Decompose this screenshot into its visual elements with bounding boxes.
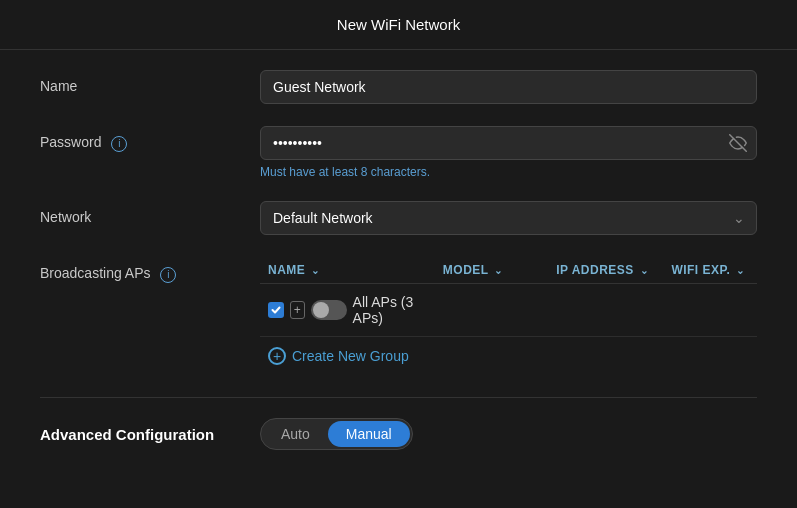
name-row: Name bbox=[40, 70, 757, 104]
ap-row-controls: + All APs (3 APs) bbox=[268, 294, 427, 326]
network-label: Network bbox=[40, 201, 260, 225]
col-name-header[interactable]: NAME ⌄ bbox=[260, 257, 435, 284]
col-wifi-header[interactable]: WIFI EXP. ⌄ bbox=[663, 257, 757, 284]
ap-row-name-cell: + All APs (3 APs) bbox=[260, 284, 435, 337]
ap-table: NAME ⌄ MODEL ⌄ IP ADDRESS ⌄ WIFI EXP. bbox=[260, 257, 757, 337]
ap-row-wifi-cell bbox=[663, 284, 757, 337]
advanced-row: Advanced Configuration Auto Manual bbox=[40, 418, 757, 450]
model-sort-icon: ⌄ bbox=[494, 265, 503, 276]
col-model-header[interactable]: MODEL ⌄ bbox=[435, 257, 548, 284]
create-group-label: Create New Group bbox=[292, 348, 409, 364]
network-select[interactable]: Default Network Network 2 bbox=[260, 201, 757, 235]
plus-circle-icon: + bbox=[268, 347, 286, 365]
broadcasting-info-icon: i bbox=[160, 267, 176, 283]
wifi-sort-icon: ⌄ bbox=[736, 265, 745, 276]
toggle-track bbox=[311, 300, 347, 320]
ip-sort-icon: ⌄ bbox=[640, 265, 649, 276]
ap-row-model-cell bbox=[435, 284, 548, 337]
expand-button[interactable]: + bbox=[290, 301, 305, 319]
create-new-group-button[interactable]: + Create New Group bbox=[260, 337, 417, 375]
col-ip-header[interactable]: IP ADDRESS ⌄ bbox=[548, 257, 663, 284]
page-title: New WiFi Network bbox=[337, 16, 460, 33]
advanced-label: Advanced Configuration bbox=[40, 426, 260, 443]
ap-row-ip-cell bbox=[548, 284, 663, 337]
name-label: Name bbox=[40, 70, 260, 94]
broadcasting-aps-content: NAME ⌄ MODEL ⌄ IP ADDRESS ⌄ WIFI EXP. bbox=[260, 257, 757, 375]
password-info-icon: i bbox=[111, 136, 127, 152]
manual-mode-button[interactable]: Manual bbox=[328, 421, 410, 447]
name-field-wrapper bbox=[260, 70, 757, 104]
password-hint: Must have at least 8 characters. bbox=[260, 165, 757, 179]
network-row: Network Default Network Network 2 ⌄ bbox=[40, 201, 757, 235]
name-input[interactable] bbox=[260, 70, 757, 104]
ap-checkbox[interactable] bbox=[268, 302, 284, 318]
auto-mode-button[interactable]: Auto bbox=[263, 421, 328, 447]
eye-off-icon bbox=[729, 134, 747, 152]
network-field-wrapper: Default Network Network 2 ⌄ bbox=[260, 201, 757, 235]
password-field-wrapper: Must have at least 8 characters. bbox=[260, 126, 757, 179]
ap-table-header: NAME ⌄ MODEL ⌄ IP ADDRESS ⌄ WIFI EXP. bbox=[260, 257, 757, 284]
check-icon bbox=[271, 305, 281, 315]
toggle-thumb bbox=[313, 302, 329, 318]
network-select-wrapper: Default Network Network 2 ⌄ bbox=[260, 201, 757, 235]
broadcasting-aps-row: Broadcasting APs i NAME ⌄ MODEL ⌄ bbox=[40, 257, 757, 375]
mode-toggle: Auto Manual bbox=[260, 418, 413, 450]
password-input-wrapper bbox=[260, 126, 757, 160]
broadcasting-aps-label: Broadcasting APs i bbox=[40, 257, 260, 283]
password-input[interactable] bbox=[260, 126, 757, 160]
password-row: Password i Must have at least 8 characte… bbox=[40, 126, 757, 179]
ap-name-text: All APs (3 APs) bbox=[353, 294, 427, 326]
ap-toggle[interactable] bbox=[311, 300, 347, 320]
password-label: Password i bbox=[40, 126, 260, 152]
advanced-section: Advanced Configuration Auto Manual bbox=[40, 397, 757, 450]
toggle-password-button[interactable] bbox=[729, 134, 747, 152]
table-row: + All APs (3 APs) bbox=[260, 284, 757, 337]
name-sort-icon: ⌄ bbox=[311, 265, 320, 276]
